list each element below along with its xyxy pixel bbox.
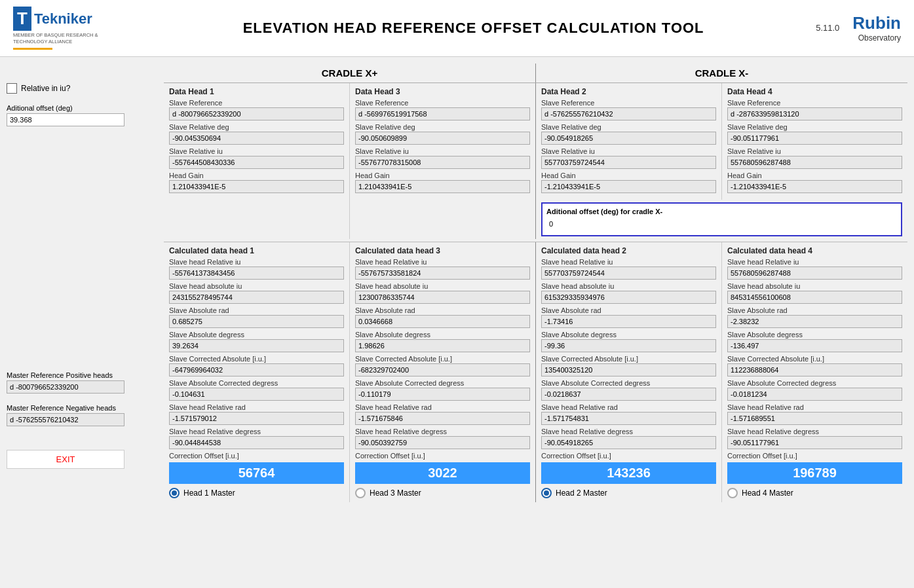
- head2-slave-rel-iu-input[interactable]: [541, 156, 716, 169]
- head4-slave-ref-label: Slave Reference: [727, 99, 902, 107]
- cradle-xplus-header: CRADLE X+: [164, 64, 535, 83]
- calc4-slave-abs-deg-input[interactable]: [727, 339, 902, 352]
- head4-slave-rel-iu-input[interactable]: [727, 156, 902, 169]
- head1-master-row: Head 1 Master: [169, 488, 344, 498]
- head4-master-label: Head 4 Master: [742, 488, 793, 498]
- head1-slave-ref-label: Slave Reference: [169, 99, 344, 107]
- calc3-slave-abs-deg-input[interactable]: [355, 339, 530, 352]
- master-ref-pos-input[interactable]: [7, 380, 124, 394]
- calc1-slave-abs-corr-deg-input[interactable]: [169, 388, 344, 401]
- calc4-slave-rel-rad-input[interactable]: [727, 412, 902, 425]
- head2-head-gain-label: Head Gain: [541, 172, 716, 179]
- head1-slave-rel-deg-label: Slave Relative deg: [169, 123, 344, 131]
- head4-master-row: Head 4 Master: [727, 488, 902, 498]
- calc2-slave-rel-deg-label: Slave head Relative degress: [541, 428, 716, 435]
- calc2-slave-abs-iu-label: Slave head absolute iu: [541, 282, 716, 290]
- calc4-slave-abs-corr-deg-label: Slave Absolute Corrected degress: [727, 379, 902, 387]
- calc3-slave-rel-rad-input[interactable]: [355, 412, 530, 425]
- master-ref-neg-input[interactable]: [7, 413, 124, 426]
- calc4-slave-abs-rad-input[interactable]: [727, 315, 902, 328]
- head4-head-gain-input[interactable]: [727, 180, 902, 193]
- calc3-slave-rel-iu-input[interactable]: [355, 266, 530, 280]
- rubin-sub: Observatory: [852, 33, 901, 43]
- head1-slave-ref-input[interactable]: [169, 107, 344, 120]
- calc-head4-panel: Calculated data head 4 Slave head Relati…: [722, 242, 907, 502]
- head3-head-gain-label: Head Gain: [355, 172, 530, 179]
- calc1-slave-abs-rad-input[interactable]: [169, 315, 344, 328]
- calc1-slave-rel-rad-input[interactable]: [169, 412, 344, 425]
- calc1-slave-abs-deg-input[interactable]: [169, 339, 344, 352]
- additional-offset-input[interactable]: [7, 113, 124, 126]
- calc2-slave-abs-iu-input[interactable]: [541, 291, 716, 304]
- calc4-slave-abs-iu-input[interactable]: [727, 291, 902, 304]
- calc2-slave-abs-deg-input[interactable]: [541, 339, 716, 352]
- calc3-slave-abs-deg-label: Slave Absolute degress: [355, 331, 530, 339]
- calc4-slave-rel-iu-label: Slave head Relative iu: [727, 258, 902, 266]
- calc4-slave-rel-iu-input[interactable]: [727, 266, 902, 280]
- additional-offset-group: Aditional offset (deg): [7, 104, 157, 126]
- head2-slave-ref-label: Slave Reference: [541, 99, 716, 107]
- calc2-slave-corr-abs-label: Slave Corrected Absolute [i.u.]: [541, 355, 716, 363]
- calc3-slave-abs-corr-deg-input[interactable]: [355, 388, 530, 401]
- head1-master-label: Head 1 Master: [183, 488, 235, 498]
- calc4-slave-abs-corr-deg-input[interactable]: [727, 388, 902, 401]
- head3-slave-ref-input[interactable]: [355, 107, 530, 120]
- calc2-slave-corr-abs-input[interactable]: [541, 363, 716, 377]
- head1-slave-rel-iu-input[interactable]: [169, 156, 344, 169]
- calc4-slave-rel-deg-input[interactable]: [727, 436, 902, 449]
- head3-master-radio[interactable]: [355, 488, 366, 498]
- head2-slave-rel-deg-input[interactable]: [541, 132, 716, 145]
- relative-checkbox[interactable]: [7, 83, 17, 94]
- calc1-correction-value: 56764: [169, 462, 344, 484]
- additional-offset-label: Aditional offset (deg): [7, 104, 157, 112]
- master-ref-pos-group: Master Reference Positive heads: [7, 371, 157, 394]
- additional-offset-cradle-input[interactable]: [546, 217, 897, 231]
- calc2-correction-label: Correction Offset [i.u.]: [541, 452, 716, 460]
- head1-master-radio[interactable]: [169, 488, 180, 498]
- head2-head-gain-input[interactable]: [541, 180, 716, 193]
- calc3-slave-abs-iu-input[interactable]: [355, 291, 530, 304]
- calc-head1-panel: Calculated data head 1 Slave head Relati…: [164, 242, 349, 502]
- head4-slave-rel-deg-input[interactable]: [727, 132, 902, 145]
- calc4-slave-corr-abs-input[interactable]: [727, 363, 902, 377]
- calc4-slave-corr-abs-label: Slave Corrected Absolute [i.u.]: [727, 355, 902, 363]
- calc3-slave-abs-rad-input[interactable]: [355, 315, 530, 328]
- data-head3-title: Data Head 3: [355, 87, 530, 96]
- calc3-slave-corr-abs-input[interactable]: [355, 363, 530, 377]
- head2-master-radio[interactable]: [541, 488, 552, 498]
- calc4-slave-abs-rad-label: Slave Absolute rad: [727, 306, 902, 314]
- calc1-slave-rel-deg-input[interactable]: [169, 436, 344, 449]
- calc2-slave-rel-deg-input[interactable]: [541, 436, 716, 449]
- calc1-slave-corr-abs-input[interactable]: [169, 363, 344, 377]
- head3-slave-rel-iu-input[interactable]: [355, 156, 530, 169]
- head3-slave-rel-iu-label: Slave Relative iu: [355, 147, 530, 155]
- logo-sub: MEMBER OF BASQUE RESEARCH & TECHNOLOGY A…: [13, 32, 131, 45]
- additional-offset-cradle-group: Aditional offset (deg) for cradle X-: [541, 202, 902, 236]
- calc3-slave-rel-deg-input[interactable]: [355, 436, 530, 449]
- calc2-slave-rel-iu-input[interactable]: [541, 266, 716, 280]
- calc1-slave-abs-iu-input[interactable]: [169, 291, 344, 304]
- calc2-slave-abs-corr-deg-input[interactable]: [541, 388, 716, 401]
- exit-button[interactable]: EXIT: [7, 450, 124, 469]
- head1-head-gain-input[interactable]: [169, 180, 344, 193]
- head2-slave-ref-input[interactable]: [541, 107, 716, 120]
- head3-head-gain-input[interactable]: [355, 180, 530, 193]
- head4-master-radio[interactable]: [727, 488, 738, 498]
- calc1-slave-rel-iu-input[interactable]: [169, 266, 344, 280]
- logo-bar: [13, 48, 52, 50]
- calc1-slave-rel-iu-label: Slave head Relative iu: [169, 258, 344, 266]
- calc3-correction-label: Correction Offset [i.u.]: [355, 452, 530, 460]
- head3-slave-rel-deg-input[interactable]: [355, 132, 530, 145]
- head1-slave-rel-deg-input[interactable]: [169, 132, 344, 145]
- calc2-slave-abs-rad-input[interactable]: [541, 315, 716, 328]
- data-head2-panel: Data Head 2 Slave Reference Slave Relati…: [536, 83, 721, 200]
- head4-slave-ref-input[interactable]: [727, 107, 902, 120]
- calc1-slave-corr-abs-label: Slave Corrected Absolute [i.u.]: [169, 355, 344, 363]
- left-panel: Relative in iu? Aditional offset (deg) M…: [7, 64, 157, 502]
- calc2-slave-abs-rad-label: Slave Absolute rad: [541, 306, 716, 314]
- head2-slave-rel-deg-label: Slave Relative deg: [541, 123, 716, 131]
- calc-head4-title: Calculated data head 4: [727, 246, 902, 255]
- calc4-slave-abs-iu-label: Slave head absolute iu: [727, 282, 902, 290]
- data-head4-panel: Data Head 4 Slave Reference Slave Relati…: [722, 83, 907, 200]
- calc2-slave-rel-rad-input[interactable]: [541, 412, 716, 425]
